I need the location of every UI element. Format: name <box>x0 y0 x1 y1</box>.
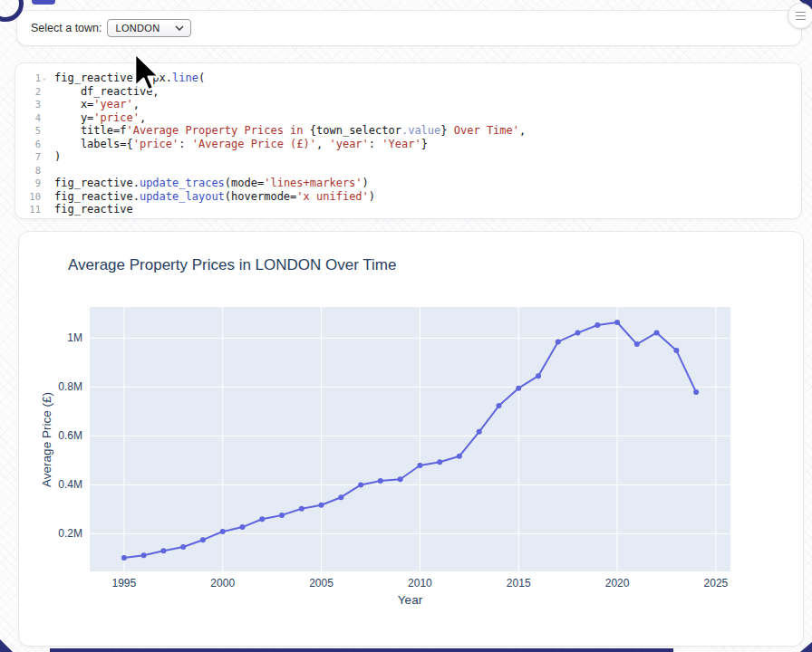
data-point[interactable] <box>180 544 186 550</box>
bottom-window-edge <box>50 648 673 652</box>
data-point[interactable] <box>259 516 265 522</box>
data-point[interactable] <box>378 478 383 484</box>
plotly-chart[interactable]: 19952000200520102015202020250.2M0.4M0.6M… <box>19 232 803 646</box>
x-tick-label: 2020 <box>605 577 630 590</box>
code-line[interactable]: 2 df_reactive, <box>15 85 801 99</box>
select-town-cell: Select a town: LONDON <box>16 10 802 46</box>
data-point[interactable] <box>220 529 226 534</box>
select-town-label: Select a town: <box>31 22 102 34</box>
line-number: 7 <box>15 150 51 164</box>
data-point[interactable] <box>141 552 147 558</box>
code-line[interactable]: 6 labels={'price': 'Average Price (£)', … <box>15 138 801 151</box>
code-line[interactable]: 10fig_reactive.update_layout(hovermode='… <box>15 190 801 204</box>
code-text: ) <box>54 150 61 164</box>
chevron-down-icon <box>175 25 184 31</box>
data-point[interactable] <box>338 494 343 500</box>
line-number: 5 <box>15 124 51 138</box>
y-tick-label: 0.6M <box>58 429 82 442</box>
data-point[interactable] <box>673 348 679 353</box>
y-tick-label: 0.4M <box>58 478 82 491</box>
line-number: 4 <box>15 111 51 125</box>
data-point[interactable] <box>160 548 166 553</box>
town-select-value: LONDON <box>116 23 160 34</box>
plot-area[interactable] <box>90 307 730 571</box>
data-point[interactable] <box>536 373 541 379</box>
x-tick-label: 2010 <box>408 577 432 590</box>
code-text: fig_reactive = px.line( <box>54 72 205 85</box>
line-number: 8 <box>15 164 51 177</box>
code-line[interactable]: 4 y='price', <box>15 111 801 125</box>
line-number: 10 <box>15 190 51 204</box>
line-number: 11 <box>15 203 51 216</box>
code-line[interactable]: 8 <box>15 164 801 177</box>
code-text: y='price', <box>54 111 146 125</box>
x-tick-label: 2025 <box>704 577 729 590</box>
data-point[interactable] <box>575 331 581 336</box>
code-line[interactable]: 5 title=f'Average Property Prices in {to… <box>15 124 801 138</box>
hamburger-icon <box>796 15 806 17</box>
code-text: labels={'price': 'Average Price (£)', 'y… <box>54 138 428 151</box>
corner-decoration <box>0 639 13 652</box>
data-point[interactable] <box>457 454 462 459</box>
x-tick-label: 1995 <box>112 577 137 590</box>
data-point[interactable] <box>319 503 324 508</box>
y-tick-label: 0.2M <box>58 527 82 540</box>
code-text: df_reactive, <box>54 85 160 99</box>
top-accent-decoration <box>32 0 55 5</box>
hamburger-icon <box>796 12 806 14</box>
code-text: x='year', <box>54 98 140 111</box>
data-point[interactable] <box>279 513 285 518</box>
x-tick-label: 2005 <box>309 577 334 590</box>
town-select[interactable]: LONDON <box>107 19 191 37</box>
data-point[interactable] <box>654 330 660 335</box>
menu-button[interactable] <box>788 3 812 29</box>
data-point[interactable] <box>121 555 127 561</box>
code-line[interactable]: 3 x='year', <box>15 98 801 111</box>
y-tick-label: 1M <box>67 331 82 344</box>
data-point[interactable] <box>240 524 246 530</box>
y-axis-title: Average Price (£) <box>40 392 53 487</box>
line-number: 2 <box>15 85 51 99</box>
data-point[interactable] <box>556 339 561 344</box>
data-point[interactable] <box>299 506 304 512</box>
code-text: fig_reactive <box>54 203 133 216</box>
line-number: 3 <box>15 98 51 111</box>
data-point[interactable] <box>634 341 640 347</box>
data-point[interactable] <box>594 322 600 328</box>
data-point[interactable] <box>358 482 363 487</box>
code-text: title=f'Average Property Prices in {town… <box>54 124 526 138</box>
code-lines: 1⌄fig_reactive = px.line(2 df_reactive,3… <box>15 72 801 216</box>
line-number: 1⌄ <box>15 72 51 85</box>
x-tick-label: 2015 <box>507 577 531 590</box>
hamburger-icon <box>796 19 806 21</box>
code-text: fig_reactive.update_traces(mode='lines+m… <box>54 177 369 190</box>
data-point[interactable] <box>417 463 422 468</box>
data-point[interactable] <box>497 403 502 408</box>
code-text: fig_reactive.update_layout(hovermode='x … <box>54 190 375 204</box>
data-point[interactable] <box>398 476 403 482</box>
chart-title: Average Property Prices in LONDON Over T… <box>68 256 396 274</box>
x-tick-label: 2000 <box>210 577 235 590</box>
y-axis-title-wrap: Average Price (£) <box>37 307 55 571</box>
code-editor-cell[interactable]: 1⌄fig_reactive = px.line(2 df_reactive,3… <box>14 62 802 219</box>
y-tick-label: 0.8M <box>58 380 82 393</box>
data-point[interactable] <box>693 389 699 395</box>
line-number: 6 <box>15 138 51 151</box>
data-point[interactable] <box>200 537 206 542</box>
x-axis-title: Year <box>90 593 730 607</box>
code-line[interactable]: 7) <box>15 150 801 164</box>
data-point[interactable] <box>437 459 442 465</box>
data-point[interactable] <box>614 320 620 325</box>
data-point[interactable] <box>516 386 521 391</box>
code-line[interactable]: 11fig_reactive <box>15 203 801 216</box>
corner-decoration <box>800 642 812 652</box>
code-line[interactable]: 9fig_reactive.update_traces(mode='lines+… <box>15 177 801 190</box>
fold-chevron-icon[interactable]: ⌄ <box>41 72 48 85</box>
data-point[interactable] <box>477 429 482 435</box>
line-number: 9 <box>15 177 51 190</box>
code-line[interactable]: 1⌄fig_reactive = px.line( <box>15 72 801 85</box>
chart-output-cell: 19952000200520102015202020250.2M0.4M0.6M… <box>18 231 804 647</box>
